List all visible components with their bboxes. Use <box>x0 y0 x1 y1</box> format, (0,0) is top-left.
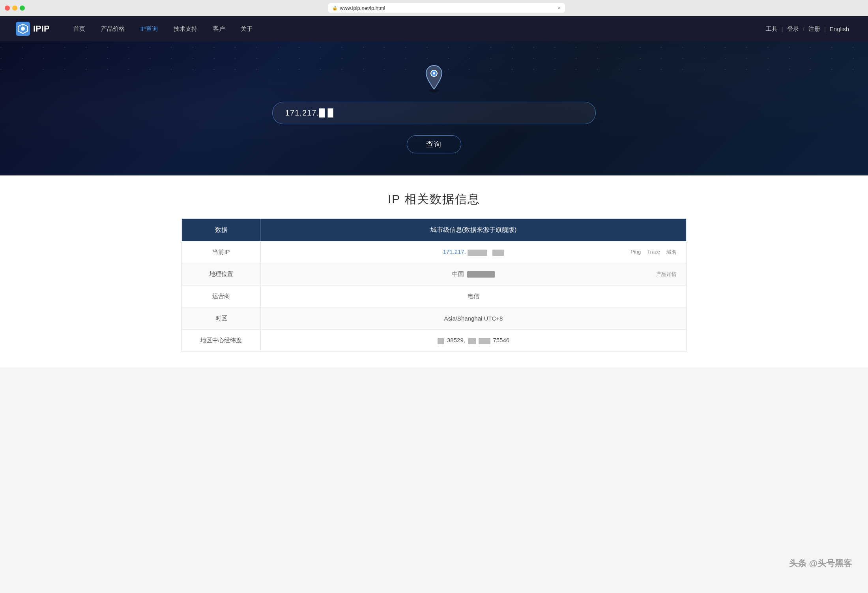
svg-point-5 <box>433 72 435 75</box>
country-text: 中国 <box>452 270 464 278</box>
hero-section: 查询 <box>0 41 868 175</box>
close-dot[interactable] <box>5 6 10 11</box>
nav-login[interactable]: 登录 <box>784 25 802 33</box>
row-label-timezone: 时区 <box>182 308 261 330</box>
separator-2: / <box>803 26 804 32</box>
navbar-right: 工具 | 登录 / 注册 | English <box>763 25 852 33</box>
table-header: 数据 城市级信息(数据来源于旗舰版) <box>182 219 687 242</box>
row-value-latlng: 38529, 75546 <box>261 330 687 352</box>
redacted-ip-1 <box>468 250 487 256</box>
nav-ip-query[interactable]: IP查询 <box>133 16 166 41</box>
table-row: 地理位置 中国 产品详情 <box>182 263 687 285</box>
nav-english[interactable]: English <box>827 26 852 32</box>
address-bar[interactable]: 🔒 www.ipip.net/ip.html × <box>328 3 565 13</box>
redacted-geo <box>467 271 495 278</box>
navbar: IPIP 首页 产品价格 IP查询 技术支持 客户 关于 工具 | 登录 / 注… <box>0 16 868 41</box>
col-info-header: 城市级信息(数据来源于旗舰版) <box>261 219 687 242</box>
tab-close-icon[interactable]: × <box>557 5 561 11</box>
row-value-timezone: Asia/Shanghai UTC+8 <box>261 308 687 330</box>
logo-icon <box>16 22 30 36</box>
lat-prefix: 38529, <box>447 337 465 343</box>
main-content: IP 相关数据信息 数据 城市级信息(数据来源于旗舰版) 当前IP 171.21… <box>174 175 694 367</box>
url-text: www.ipip.net/ip.html <box>340 5 385 11</box>
search-bar <box>272 102 596 124</box>
nav-home[interactable]: 首页 <box>65 16 93 41</box>
redacted-lng1 <box>468 338 476 344</box>
separator-1: | <box>782 26 783 32</box>
nav-register[interactable]: 注册 <box>805 25 823 33</box>
row-label-isp: 运营商 <box>182 285 261 308</box>
logo[interactable]: IPIP <box>16 22 50 36</box>
table-row: 运营商 电信 <box>182 285 687 308</box>
lng-suffix: 75546 <box>493 337 509 343</box>
nav-support[interactable]: 技术支持 <box>166 16 205 41</box>
col-data-header: 数据 <box>182 219 261 242</box>
action-links: Ping Trace 域名 <box>630 249 677 256</box>
row-label-latlng: 地区中心经纬度 <box>182 330 261 352</box>
separator-3: | <box>824 26 826 32</box>
browser-chrome: 🔒 www.ipip.net/ip.html × <box>0 0 868 16</box>
location-pin-icon <box>422 64 446 94</box>
logo-text: IPIP <box>33 24 50 34</box>
data-table: 数据 城市级信息(数据来源于旗舰版) 当前IP 171.217. <box>181 218 687 352</box>
row-label-geo: 地理位置 <box>182 263 261 285</box>
svg-point-1 <box>21 27 25 31</box>
nav-about[interactable]: 关于 <box>233 16 260 41</box>
minimize-dot[interactable] <box>12 6 17 11</box>
row-value-isp: 电信 <box>261 285 687 308</box>
query-button[interactable]: 查询 <box>407 135 461 153</box>
nav-links: 首页 产品价格 IP查询 技术支持 客户 关于 <box>65 16 763 41</box>
nav-tools[interactable]: 工具 <box>763 25 781 33</box>
table-row: 时区 Asia/Shanghai UTC+8 <box>182 308 687 330</box>
table-row: 当前IP 171.217. Ping Trace 域名 <box>182 241 687 263</box>
redacted-lat1 <box>438 338 444 344</box>
browser-dots <box>5 6 25 11</box>
trace-link[interactable]: Trace <box>647 249 660 256</box>
ip-link[interactable]: 171.217. <box>443 248 466 255</box>
geo-value: 中国 <box>452 270 495 278</box>
table-row: 地区中心经纬度 38529, 75546 <box>182 330 687 352</box>
lock-icon: 🔒 <box>332 6 338 11</box>
ping-link[interactable]: Ping <box>630 249 641 256</box>
maximize-dot[interactable] <box>20 6 25 11</box>
row-value-current-ip: 171.217. Ping Trace 域名 <box>261 241 687 263</box>
nav-customers[interactable]: 客户 <box>205 16 233 41</box>
row-label-current-ip: 当前IP <box>182 241 261 263</box>
product-detail-link[interactable]: 产品详情 <box>656 271 677 278</box>
domain-link[interactable]: 域名 <box>666 249 677 256</box>
redacted-lng2 <box>479 338 490 344</box>
table-body: 当前IP 171.217. Ping Trace 域名 <box>182 241 687 352</box>
section-title: IP 相关数据信息 <box>181 191 687 207</box>
nav-pricing[interactable]: 产品价格 <box>93 16 133 41</box>
redacted-ip-2 <box>492 250 504 256</box>
row-value-geo: 中国 产品详情 <box>261 263 687 285</box>
search-input[interactable] <box>285 108 583 117</box>
